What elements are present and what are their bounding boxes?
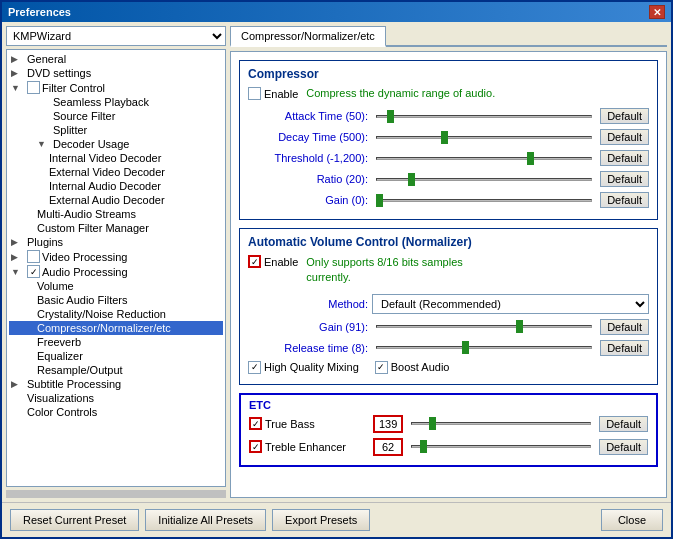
tree-label: Visualizations xyxy=(27,392,94,404)
preferences-window: Preferences ✕ KMPWizard ▶ General ▶ DVD … xyxy=(0,0,673,539)
true-bass-slider[interactable] xyxy=(411,417,591,431)
tree-item-splitter[interactable]: Splitter xyxy=(9,123,223,137)
tree-item-subtitle[interactable]: ▶ Subtitle Processing xyxy=(9,377,223,391)
attack-time-row: Attack Time (50): Default xyxy=(248,108,649,124)
ratio-label: Ratio (20): xyxy=(248,173,368,185)
tree-label: Audio Processing xyxy=(42,266,128,278)
tree-item-crystality[interactable]: Crystality/Noise Reduction xyxy=(9,307,223,321)
tree-item-basic-filters[interactable]: Basic Audio Filters xyxy=(9,293,223,307)
tree-item-video-processing[interactable]: ▶ Video Processing xyxy=(9,249,223,264)
tree-label: Source Filter xyxy=(53,110,115,122)
compressor-description: Compress the dynamic range of audio. xyxy=(306,87,495,99)
etc-section: ETC True Bass 139 Default xyxy=(239,393,658,467)
main-content: KMPWizard ▶ General ▶ DVD settings ▼ Fil… xyxy=(2,22,671,502)
treble-checkbox[interactable] xyxy=(249,440,262,453)
tree-item-plugins[interactable]: ▶ Plugins xyxy=(9,235,223,249)
tree-item-freeverb[interactable]: Freeverb xyxy=(9,335,223,349)
expand-icon xyxy=(37,111,51,121)
tree-item-source-filter[interactable]: Source Filter xyxy=(9,109,223,123)
tree-item-dvd[interactable]: ▶ DVD settings xyxy=(9,66,223,80)
tree-label: External Audio Decoder xyxy=(49,194,165,206)
normalizer-gain-slider[interactable] xyxy=(376,320,592,334)
tree-label: Multi-Audio Streams xyxy=(37,208,136,220)
tree-label: Color Controls xyxy=(27,406,97,418)
threshold-label: Threshold (-1,200): xyxy=(248,152,368,164)
threshold-row: Threshold (-1,200): Default xyxy=(248,150,649,166)
threshold-default-btn[interactable]: Default xyxy=(600,150,649,166)
treble-default-btn[interactable]: Default xyxy=(599,439,648,455)
tree-item-filter-control[interactable]: ▼ Filter Control xyxy=(9,80,223,95)
true-bass-value: 139 xyxy=(373,415,403,433)
normalizer-gain-default-btn[interactable]: Default xyxy=(600,319,649,335)
tree-scrollbar[interactable] xyxy=(6,490,226,498)
true-bass-checkbox[interactable] xyxy=(249,417,262,430)
tree-item-audio-processing[interactable]: ▼ Audio Processing xyxy=(9,264,223,279)
attack-default-btn[interactable]: Default xyxy=(600,108,649,124)
tree-item-internal-audio[interactable]: Internal Audio Decoder xyxy=(9,179,223,193)
tree-item-seamless[interactable]: Seamless Playback xyxy=(9,95,223,109)
tree-item-custom-filter[interactable]: Custom Filter Manager xyxy=(9,221,223,235)
decay-slider[interactable] xyxy=(376,130,592,144)
tree-label: Equalizer xyxy=(37,350,83,362)
filter-control-checkbox[interactable] xyxy=(27,81,40,94)
tree-label: Freeverb xyxy=(37,336,81,348)
reset-preset-button[interactable]: Reset Current Preset xyxy=(10,509,139,531)
bottom-bar: Reset Current Preset Initialize All Pres… xyxy=(2,502,671,537)
tree-item-volume[interactable]: Volume xyxy=(9,279,223,293)
tree-item-visualizations[interactable]: Visualizations xyxy=(9,391,223,405)
export-presets-button[interactable]: Export Presets xyxy=(272,509,370,531)
method-row: Method: Default (Recommended) RMS Peak xyxy=(248,294,649,314)
compressor-title: Compressor xyxy=(248,67,649,81)
treble-row: Treble Enhancer 62 Default xyxy=(249,438,648,456)
method-select[interactable]: Default (Recommended) RMS Peak xyxy=(372,294,649,314)
normalizer-description: Only supports 8/16 bits samples currentl… xyxy=(306,255,463,286)
tree-label: General xyxy=(27,53,66,65)
expand-icon: ▼ xyxy=(37,139,51,149)
tab-compressor[interactable]: Compressor/Normalizer/etc xyxy=(230,26,386,47)
tree-item-decoder-usage[interactable]: ▼ Decoder Usage xyxy=(9,137,223,151)
hq-mixing-checkbox[interactable] xyxy=(248,361,261,374)
attack-slider[interactable] xyxy=(376,109,592,123)
treble-slider[interactable] xyxy=(411,440,591,454)
ratio-default-btn[interactable]: Default xyxy=(600,171,649,187)
tree-item-internal-video[interactable]: Internal Video Decoder xyxy=(9,151,223,165)
gain-label: Gain (0): xyxy=(248,194,368,206)
compressor-enable-checkbox[interactable] xyxy=(248,87,261,100)
treble-value: 62 xyxy=(373,438,403,456)
tree-label: Compressor/Normalizer/etc xyxy=(37,322,171,334)
close-window-button[interactable]: ✕ xyxy=(649,5,665,19)
tree-item-external-audio[interactable]: External Audio Decoder xyxy=(9,193,223,207)
release-slider[interactable] xyxy=(376,341,592,355)
tree-item-color-controls[interactable]: Color Controls xyxy=(9,405,223,419)
tree-label: Splitter xyxy=(53,124,87,136)
release-default-btn[interactable]: Default xyxy=(600,340,649,356)
tree-item-resample[interactable]: Resample/Output xyxy=(9,363,223,377)
tree-item-compressor[interactable]: Compressor/Normalizer/etc xyxy=(9,321,223,335)
close-button[interactable]: Close xyxy=(601,509,663,531)
preset-select[interactable]: KMPWizard xyxy=(6,26,226,46)
audio-processing-checkbox[interactable] xyxy=(27,265,40,278)
video-processing-checkbox[interactable] xyxy=(27,250,40,263)
tree-item-general[interactable]: ▶ General xyxy=(9,52,223,66)
treble-check: Treble Enhancer xyxy=(249,440,369,453)
tree-item-external-video[interactable]: External Video Decoder xyxy=(9,165,223,179)
true-bass-default-btn[interactable]: Default xyxy=(599,416,648,432)
tree-label: Internal Video Decoder xyxy=(49,152,161,164)
decay-default-btn[interactable]: Default xyxy=(600,129,649,145)
normalizer-enable-checkbox[interactable] xyxy=(248,255,261,268)
threshold-slider[interactable] xyxy=(376,151,592,165)
gain-slider[interactable] xyxy=(376,193,592,207)
expand-icon: ▶ xyxy=(11,68,25,78)
tree-item-multi-audio[interactable]: Multi-Audio Streams xyxy=(9,207,223,221)
boost-audio-checkbox[interactable] xyxy=(375,361,388,374)
expand-icon: ▼ xyxy=(11,83,25,93)
tree-item-equalizer[interactable]: Equalizer xyxy=(9,349,223,363)
compressor-enable-check: Enable xyxy=(248,87,298,100)
tree-label: Internal Audio Decoder xyxy=(49,180,161,192)
initialize-presets-button[interactable]: Initialize All Presets xyxy=(145,509,266,531)
ratio-slider[interactable] xyxy=(376,172,592,186)
expand-icon xyxy=(37,97,51,107)
release-label: Release time (8): xyxy=(248,342,368,354)
gain-default-btn[interactable]: Default xyxy=(600,192,649,208)
tree-label: Crystality/Noise Reduction xyxy=(37,308,166,320)
